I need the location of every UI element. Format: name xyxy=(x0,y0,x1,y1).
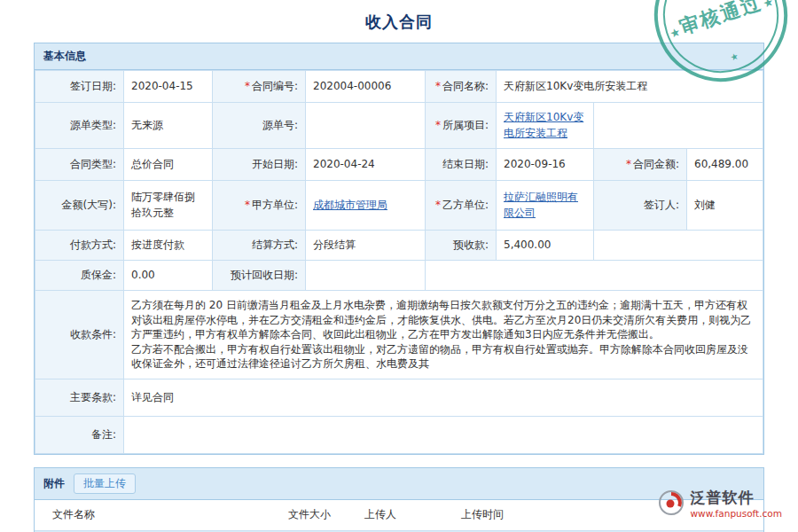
required-asterisk: * xyxy=(435,119,441,131)
empty-cell xyxy=(594,231,763,261)
field-label-retention-money: 质保金: xyxy=(35,261,124,291)
field-value-remarks xyxy=(124,417,763,454)
attachments-col-upload-time: 上传时间 xyxy=(416,500,549,530)
field-label-source-no: 源单号: xyxy=(213,103,306,149)
required-asterisk: * xyxy=(435,199,441,211)
field-value-contract-type: 总价合同 xyxy=(124,149,213,181)
required-asterisk: * xyxy=(245,80,250,92)
field-label-contract-type: 合同类型: xyxy=(35,149,124,181)
field-label-start-date: 开始日期: xyxy=(213,149,306,181)
attachments-panel: 附件 批量上传 文件名称 文件大小 上传人 上传时间 xyxy=(34,467,764,532)
field-value-source-type: 无来源 xyxy=(124,103,213,149)
brand-footer: 泛普软件 www.fanpusoft.com xyxy=(658,489,782,519)
basic-info-panel: 基本信息 签订日期: 2020-04-15 *合同编号: 202004-0000… xyxy=(34,43,764,455)
brand-logo-icon xyxy=(658,489,685,519)
field-label-collection-terms: 收款条件: xyxy=(35,291,124,379)
field-value-party-a: 成都城市管理局 xyxy=(306,181,426,231)
field-value-end-date: 2020-09-16 xyxy=(497,149,594,181)
field-value-contract-amount: 60,489.00 xyxy=(687,149,763,181)
field-value-payment-method: 按进度付款 xyxy=(124,231,213,261)
field-value-settlement-method: 分段结算 xyxy=(306,231,426,261)
brand-url: www.fanpusoft.com xyxy=(690,508,782,519)
attachments-header: 附件 批量上传 xyxy=(35,468,763,500)
field-value-signer: 刘健 xyxy=(687,181,763,231)
field-label-end-date: 结束日期: xyxy=(426,149,497,181)
attachments-col-file-name: 文件名称 xyxy=(35,500,274,530)
field-value-retention-money: 0.00 xyxy=(124,261,213,291)
basic-info-title: 基本信息 xyxy=(43,49,86,64)
field-label-party-b: *乙方单位: xyxy=(426,181,497,231)
field-value-collection-terms: 乙方须在每月的 20 日前缴清当月租金及上月水电杂费，逾期缴纳每日按欠款额支付万… xyxy=(124,291,763,379)
field-label-contract-amount: *合同金额: xyxy=(594,149,687,181)
field-label-contract-no: *合同编号: xyxy=(213,71,306,103)
field-value-contract-no: 202004-00006 xyxy=(306,71,426,103)
empty-cell xyxy=(426,261,763,291)
field-value-contract-name: 天府新区10Kv变电所安装工程 xyxy=(497,71,763,103)
basic-info-table: 签订日期: 2020-04-15 *合同编号: 202004-00006 *合同… xyxy=(35,70,763,454)
party-b-link[interactable]: 拉萨汇融照明有限公司 xyxy=(504,191,578,218)
field-label-contract-name: *合同名称: xyxy=(426,71,497,103)
field-value-main-clauses: 详见合同 xyxy=(124,379,763,417)
required-asterisk: * xyxy=(626,158,631,170)
empty-cell xyxy=(594,103,763,149)
page-title: 收入合同 xyxy=(0,0,798,43)
project-link[interactable]: 天府新区10Kv变电所安装工程 xyxy=(504,111,583,138)
field-label-party-a: *甲方单位: xyxy=(213,181,306,231)
field-label-project: *所属项目: xyxy=(426,103,497,149)
field-value-amount-in-words: 陆万零肆佰捌拾玖元整 xyxy=(124,181,213,231)
field-value-expected-recovery-date xyxy=(306,261,426,291)
field-label-main-clauses: 主要条款: xyxy=(35,379,124,417)
attachments-col-uploader: 上传人 xyxy=(345,500,416,530)
attachments-table: 文件名称 文件大小 上传人 上传时间 xyxy=(35,500,763,531)
field-label-sign-date: 签订日期: xyxy=(35,71,124,103)
field-value-start-date: 2020-04-24 xyxy=(306,149,426,181)
field-value-party-b: 拉萨汇融照明有限公司 xyxy=(497,181,594,231)
field-value-sign-date: 2020-04-15 xyxy=(124,71,213,103)
field-label-signer: 签订人: xyxy=(594,181,687,231)
batch-upload-button[interactable]: 批量上传 xyxy=(74,473,136,494)
field-value-source-no xyxy=(306,103,426,149)
field-value-advance-payment: 5,400.00 xyxy=(497,231,594,261)
party-a-link[interactable]: 成都城市管理局 xyxy=(313,199,387,211)
required-asterisk: * xyxy=(435,80,441,92)
field-label-settlement-method: 结算方式: xyxy=(213,231,306,261)
basic-info-header: 基本信息 xyxy=(35,43,763,70)
attachments-title: 附件 xyxy=(43,476,65,491)
required-asterisk: * xyxy=(245,199,250,211)
field-label-expected-recovery-date: 预计回收日期: xyxy=(213,261,306,291)
field-label-remarks: 备注: xyxy=(35,417,124,454)
field-value-project: 天府新区10Kv变电所安装工程 xyxy=(497,103,594,149)
field-label-amount-in-words: 金额(大写): xyxy=(35,181,124,231)
field-label-advance-payment: 预收款: xyxy=(426,231,497,261)
field-label-payment-method: 付款方式: xyxy=(35,231,124,261)
field-label-source-type: 源单类型: xyxy=(35,103,124,149)
brand-name: 泛普软件 xyxy=(690,489,782,506)
attachments-col-file-size: 文件大小 xyxy=(274,500,345,530)
